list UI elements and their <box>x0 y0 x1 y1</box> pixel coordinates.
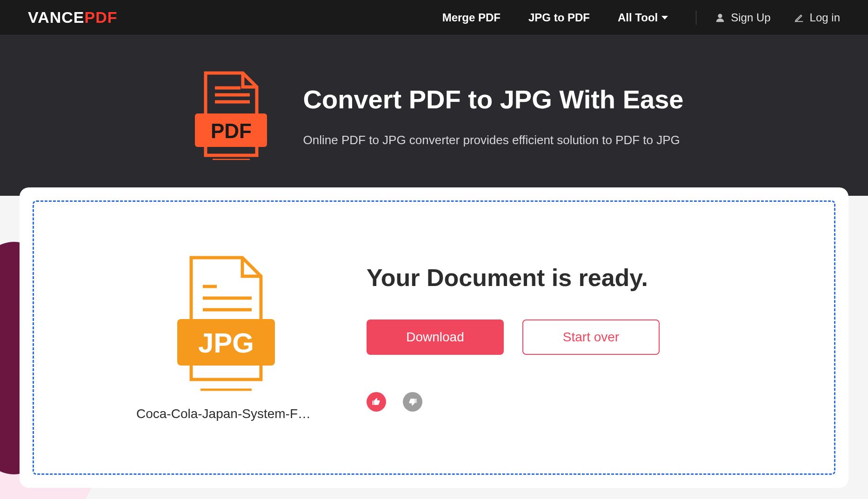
hero-subtitle: Online PDF to JPG converter provides eff… <box>303 133 684 147</box>
pdf-icon-label: PDF <box>211 120 252 142</box>
svg-point-0 <box>718 13 722 18</box>
hero-text: Convert PDF to JPG With Ease Online PDF … <box>303 84 684 147</box>
nav-divider <box>696 11 696 25</box>
nav-label: JPG to PDF <box>528 11 590 24</box>
signup-link[interactable]: Sign Up <box>715 11 770 24</box>
start-over-button[interactable]: Start over <box>522 319 660 355</box>
file-preview: JPG Coca-Cola-Japan-System-F… <box>136 254 311 421</box>
hero-section: PDF Convert PDF to JPG With Ease Online … <box>0 35 868 196</box>
auth-links: Sign Up Log in <box>715 11 840 24</box>
nav-label: All Tool <box>618 11 658 24</box>
main-nav: Merge PDF JPG to PDF All Tool <box>442 11 668 24</box>
file-name: Coca-Cola-Japan-System-F… <box>136 406 311 421</box>
logo-text-vance: VANCE <box>28 8 85 26</box>
result-card-wrapper: JPG Coca-Cola-Japan-System-F… Your Docum… <box>0 187 868 488</box>
jpg-file-icon: JPG <box>166 254 282 393</box>
feedback-buttons <box>367 392 769 412</box>
svg-text:JPG: JPG <box>198 327 254 359</box>
thumbs-up-button[interactable] <box>367 392 386 412</box>
logo[interactable]: VANCEPDF <box>28 8 118 27</box>
pdf-hero-icon: PDF <box>185 69 271 162</box>
result-card: JPG Coca-Cola-Japan-System-F… Your Docum… <box>20 187 848 488</box>
top-nav: VANCEPDF Merge PDF JPG to PDF All Tool S… <box>0 0 868 35</box>
chevron-down-icon <box>661 16 668 20</box>
edit-icon <box>794 13 804 23</box>
ready-heading: Your Document is ready. <box>367 264 769 292</box>
login-link[interactable]: Log in <box>794 11 840 24</box>
thumbs-down-button[interactable] <box>403 392 422 412</box>
drop-zone[interactable]: JPG Coca-Cola-Japan-System-F… Your Docum… <box>33 200 835 475</box>
nav-jpg-to-pdf[interactable]: JPG to PDF <box>528 11 590 24</box>
hero-title: Convert PDF to JPG With Ease <box>303 84 684 114</box>
thumbs-up-icon <box>372 397 381 406</box>
login-label: Log in <box>810 11 840 24</box>
logo-text-pdf: PDF <box>85 8 118 26</box>
nav-label: Merge PDF <box>442 11 501 24</box>
thumbs-down-icon <box>408 397 417 406</box>
user-icon <box>715 13 725 23</box>
download-button[interactable]: Download <box>367 319 504 355</box>
result-actions: Your Document is ready. Download Start o… <box>367 264 769 412</box>
action-buttons: Download Start over <box>367 319 769 355</box>
nav-all-tool[interactable]: All Tool <box>618 11 668 24</box>
nav-merge-pdf[interactable]: Merge PDF <box>442 11 501 24</box>
signup-label: Sign Up <box>731 11 770 24</box>
